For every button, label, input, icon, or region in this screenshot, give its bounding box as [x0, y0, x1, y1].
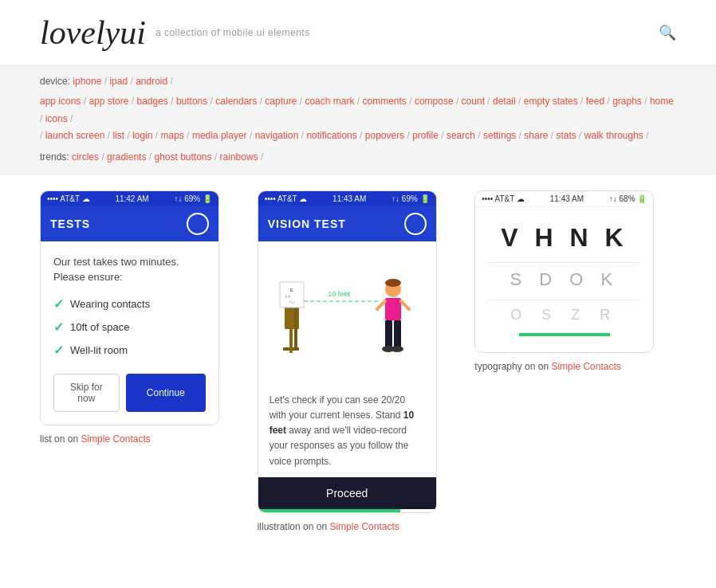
- checklist-item-3: Well-lit room: [70, 344, 128, 356]
- svg-rect-4: [293, 347, 299, 351]
- card-footer-link-2[interactable]: Simple Contacts: [329, 521, 399, 532]
- site-logo: lovelyui: [40, 16, 146, 49]
- trends-label: trends:: [40, 151, 72, 163]
- device-line: device: iphone / ipad / android /: [40, 76, 676, 87]
- progress-bar-3: [519, 333, 611, 336]
- nav-count[interactable]: count: [462, 96, 485, 107]
- card-illustration: •••• AT&T ☁ 11:43 AM ↑↓ 69% 🔋 VISION TES…: [258, 190, 459, 532]
- device-android[interactable]: android: [136, 76, 167, 87]
- skip-button[interactable]: Skip for now: [53, 374, 120, 412]
- nav-home[interactable]: home: [650, 96, 674, 107]
- main-content: •••• AT&T ☁ 11:42 AM ↑↓ 69% 🔋 TESTS Our …: [0, 174, 716, 548]
- nav-calendars[interactable]: calendars: [215, 96, 257, 107]
- checkmark-icon: ✓: [53, 296, 64, 312]
- nav-badges[interactable]: badges: [136, 96, 167, 107]
- home-button-1: [187, 213, 209, 235]
- list-item: ✓ 10ft of space: [53, 319, 206, 335]
- vision-illustration: E F P T O Z 10 feet: [275, 261, 419, 365]
- checklist: ✓ Wearing contacts ✓ 10ft of space ✓ Wel…: [53, 296, 206, 358]
- proceed-button[interactable]: Proceed: [258, 477, 436, 509]
- checklist-item-2: 10ft of space: [70, 321, 129, 333]
- svg-point-19: [391, 346, 403, 352]
- intro-text: Our test takes two minutes. Please ensur…: [53, 254, 206, 285]
- phone-body-1: Our test takes two minutes. Please ensur…: [41, 241, 218, 425]
- status-bar-2: •••• AT&T ☁ 11:43 AM ↑↓ 69% 🔋: [258, 191, 436, 206]
- svg-point-12: [385, 279, 401, 287]
- nav-empty-states[interactable]: empty states: [524, 96, 578, 107]
- card-tests: •••• AT&T ☁ 11:42 AM ↑↓ 69% 🔋 TESTS Our …: [40, 190, 242, 532]
- nav-notifications[interactable]: notifications: [306, 130, 356, 141]
- card-label-3: typography on on Simple Contacts: [474, 361, 676, 372]
- nav-walk-throughs[interactable]: walk throughs: [584, 130, 643, 141]
- nav-profile[interactable]: profile: [412, 130, 439, 141]
- nav-buttons[interactable]: buttons: [176, 96, 207, 107]
- svg-line-14: [377, 301, 385, 309]
- nav-capture[interactable]: capture: [265, 96, 297, 107]
- trend-ghost-buttons[interactable]: ghost buttons: [154, 151, 211, 163]
- nav-detail[interactable]: detail: [493, 96, 516, 107]
- trend-rainbows[interactable]: rainbows: [220, 151, 258, 163]
- title-bar-1: TESTS: [41, 206, 218, 241]
- card-label-1: list on on Simple Contacts: [40, 433, 242, 445]
- eye-row-large: V H N K: [488, 223, 640, 253]
- card-typography: •••• AT&T ☁ 11:43 AM ↑↓ 68% 🔋 V H N K S …: [474, 190, 676, 532]
- svg-rect-2: [294, 305, 297, 349]
- nav-app-icons[interactable]: app icons: [40, 96, 81, 107]
- nav-coach-mark[interactable]: coach mark: [305, 96, 354, 107]
- continue-button[interactable]: Continue: [126, 374, 206, 412]
- trend-gradients[interactable]: gradients: [107, 151, 146, 163]
- nav-bar: device: iphone / ipad / android / app ic…: [0, 65, 716, 174]
- divider-2: [488, 300, 640, 300]
- svg-text:F P: F P: [285, 295, 291, 299]
- card-label-2: illustration on on Simple Contacts: [258, 521, 459, 532]
- nav-feed[interactable]: feed: [586, 96, 604, 107]
- button-row-1: Skip for now Continue: [53, 374, 206, 412]
- nav-launch-screen[interactable]: launch screen: [45, 130, 105, 141]
- header: lovelyui a collection of mobile ui eleme…: [0, 0, 716, 65]
- device-label: device:: [40, 76, 73, 87]
- eye-letters-2: S D O K: [510, 269, 620, 290]
- svg-text:E: E: [290, 288, 293, 292]
- eye-row-medium: S D O K: [488, 269, 640, 290]
- phone-mockup-2: •••• AT&T ☁ 11:43 AM ↑↓ 69% 🔋 VISION TES…: [258, 190, 437, 513]
- nav-stats[interactable]: stats: [556, 130, 576, 141]
- svg-rect-3: [283, 347, 289, 351]
- search-icon[interactable]: 🔍: [659, 24, 676, 41]
- device-ipad[interactable]: ipad: [109, 76, 128, 87]
- nav-app-store[interactable]: app store: [89, 96, 128, 107]
- card-footer-link-3[interactable]: Simple Contacts: [551, 361, 620, 372]
- nav-login[interactable]: login: [132, 130, 152, 141]
- nav-list[interactable]: list: [112, 130, 124, 141]
- list-item: ✓ Well-lit room: [53, 343, 206, 358]
- home-button-2: [404, 213, 427, 235]
- checklist-item-1: Wearing contacts: [70, 298, 150, 310]
- card-footer-text-3: typography on: [474, 361, 535, 372]
- nav-comments[interactable]: comments: [362, 96, 406, 107]
- nav-maps[interactable]: maps: [161, 130, 184, 141]
- list-item: ✓ Wearing contacts: [53, 296, 206, 312]
- nav-settings[interactable]: settings: [483, 130, 516, 141]
- svg-rect-16: [385, 320, 392, 348]
- nav-compose[interactable]: compose: [415, 96, 454, 107]
- card-footer-text-2: illustration on: [258, 521, 314, 532]
- trend-circles[interactable]: circles: [72, 151, 99, 163]
- nav-icons[interactable]: icons: [45, 113, 68, 124]
- nav-graphs[interactable]: graphs: [612, 96, 642, 107]
- logo-area: lovelyui a collection of mobile ui eleme…: [40, 16, 310, 49]
- status-bar-1: •••• AT&T ☁ 11:42 AM ↑↓ 69% 🔋: [41, 191, 218, 206]
- site-tagline: a collection of mobile ui elements: [155, 27, 310, 38]
- nav-popovers[interactable]: popovers: [365, 130, 404, 141]
- nav-links: app icons / app store / badges / buttons…: [40, 93, 676, 145]
- nav-media-player[interactable]: media player: [192, 130, 247, 141]
- nav-search[interactable]: search: [447, 130, 475, 141]
- nav-navigation[interactable]: navigation: [255, 130, 299, 141]
- card-footer-link-1[interactable]: Simple Contacts: [81, 433, 150, 445]
- device-iphone[interactable]: iphone: [73, 76, 101, 87]
- title-bar-2: VISION TEST: [258, 206, 436, 241]
- nav-share[interactable]: share: [524, 130, 548, 141]
- svg-text:T O Z: T O Z: [289, 301, 295, 304]
- svg-rect-13: [385, 298, 401, 320]
- progress-bar-2: [258, 509, 400, 512]
- phone-mockup-1: •••• AT&T ☁ 11:42 AM ↑↓ 69% 🔋 TESTS Our …: [40, 190, 219, 425]
- eye-letters-3: O S Z R: [510, 307, 618, 323]
